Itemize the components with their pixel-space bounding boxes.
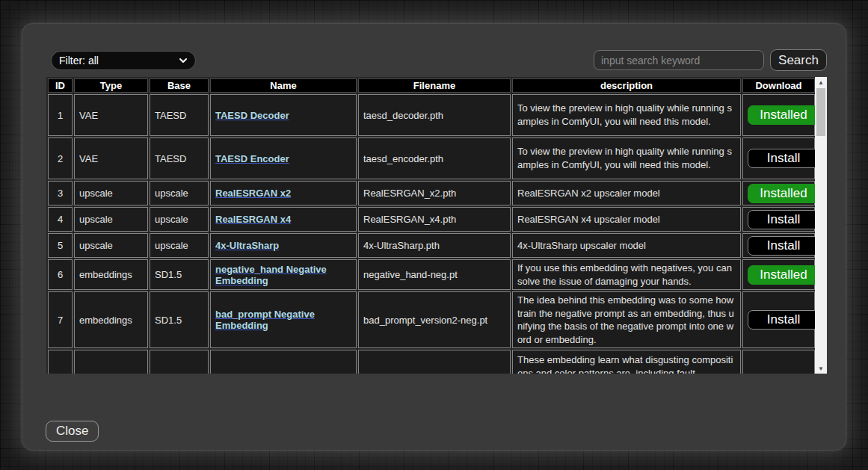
table-row: 7 embeddings SD1.5 bad_prompt Negative E… <box>48 291 815 348</box>
model-name-link[interactable]: TAESD Encoder <box>215 153 289 164</box>
table-row: 4 upscale upscale RealESRGAN x4 RealESRG… <box>48 207 815 232</box>
model-filename: RealESRGAN_x2.pth <box>358 181 511 205</box>
header-download: Download <box>742 78 815 93</box>
filter-select[interactable]: Filter: all <box>51 51 196 70</box>
header-description: description <box>512 78 741 93</box>
model-id: 7 <box>48 291 73 348</box>
model-name-link[interactable]: 4x-UltraSharp <box>215 240 279 251</box>
model-base: upscale <box>150 181 209 205</box>
table-row: 2 VAE TAESD TAESD Encoder taesd_encoder.… <box>48 137 815 179</box>
table-row: 3 upscale upscale RealESRGAN x2 RealESRG… <box>48 181 815 205</box>
table-row: 1 VAE TAESD TAESD Decoder taesd_decoder.… <box>48 94 815 136</box>
install-button[interactable]: Install <box>748 149 815 168</box>
model-name-link[interactable]: RealESRGAN x2 <box>215 188 291 199</box>
model-id: 1 <box>48 94 73 136</box>
model-description: To view the preview in high quality whil… <box>512 94 741 136</box>
model-base: SD1.5 <box>150 259 209 290</box>
install-button[interactable]: Install <box>748 310 815 330</box>
scroll-up-arrow-icon[interactable]: ▲ <box>815 77 827 87</box>
model-filename: taesd_encoder.pth <box>358 137 511 179</box>
model-description: RealESRGAN x4 upscaler model <box>512 207 741 232</box>
table-row: 6 embeddings SD1.5 negative_hand Negativ… <box>48 259 815 290</box>
search-button[interactable]: Search <box>770 49 827 71</box>
model-type: upscale <box>74 233 148 258</box>
model-filename: bad_prompt_version2-neg.pt <box>358 291 511 348</box>
model-type: embeddings <box>74 291 148 348</box>
model-filename: negative_hand-neg.pt <box>358 259 511 290</box>
model-filename <box>358 350 511 374</box>
model-description: These embedding learn what disgusting co… <box>512 350 741 374</box>
model-id: 6 <box>48 259 73 290</box>
model-id: 5 <box>48 233 73 258</box>
models-table-scroll-area: ID Type Base Name Filename description D… <box>46 77 815 374</box>
model-description: RealESRGAN x2 upscaler model <box>512 181 741 205</box>
table-row: 5 upscale upscale 4x-UltraSharp 4x-Ultra… <box>48 233 815 258</box>
close-button[interactable]: Close <box>46 421 99 442</box>
model-base: TAESD <box>150 137 209 179</box>
model-base: upscale <box>150 207 209 232</box>
model-type: embeddings <box>74 259 148 290</box>
model-id: 3 <box>48 181 73 205</box>
header-base: Base <box>150 78 209 93</box>
table-row-partial: These embedding learn what disgusting co… <box>48 350 815 374</box>
table-header-row: ID Type Base Name Filename description D… <box>48 78 815 93</box>
models-table-container: ID Type Base Name Filename description D… <box>46 77 827 374</box>
scroll-down-arrow-icon[interactable]: ▼ <box>815 363 827 374</box>
model-filename: taesd_decoder.pth <box>358 94 511 136</box>
header-type: Type <box>74 78 148 93</box>
model-id <box>48 350 73 374</box>
model-type: upscale <box>74 181 148 205</box>
model-id: 2 <box>48 137 73 179</box>
model-name-link[interactable]: bad_prompt Negative Embedding <box>215 309 315 331</box>
chevron-down-icon <box>179 56 188 65</box>
model-base <box>150 350 209 374</box>
model-id: 4 <box>48 207 73 232</box>
header-id: ID <box>48 78 73 93</box>
filter-selected-label: Filter: all <box>59 55 179 67</box>
model-name-link[interactable]: TAESD Decoder <box>215 110 289 121</box>
model-type: VAE <box>74 94 148 136</box>
model-base: upscale <box>150 233 209 258</box>
model-filename: 4x-UltraSharp.pth <box>358 233 511 258</box>
installed-button[interactable]: Installed <box>748 265 815 285</box>
install-models-dialog: Filter: all Search ID Type Base Name <box>22 24 846 450</box>
search-input[interactable] <box>594 50 764 70</box>
header-filename: Filename <box>358 78 511 93</box>
model-description: The idea behind this embedding was to so… <box>512 291 741 348</box>
install-button[interactable]: Install <box>748 236 815 256</box>
model-type: VAE <box>74 137 148 179</box>
vertical-scrollbar[interactable]: ▲ ▼ <box>815 77 827 374</box>
model-description: To view the preview in high quality whil… <box>512 137 741 179</box>
model-type: upscale <box>74 207 148 232</box>
install-button[interactable]: Install <box>748 210 815 229</box>
model-name-link[interactable]: RealESRGAN x4 <box>215 214 291 225</box>
scrollbar-thumb[interactable] <box>816 88 825 136</box>
installed-button[interactable]: Installed <box>748 105 815 125</box>
model-base: TAESD <box>150 94 209 136</box>
model-description: If you use this embedding with negatives… <box>512 259 741 290</box>
installed-button[interactable]: Installed <box>748 184 815 203</box>
model-type <box>74 350 148 374</box>
model-filename: RealESRGAN_x4.pth <box>358 207 511 232</box>
model-name-link[interactable]: negative_hand Negative Embedding <box>215 264 327 286</box>
models-table: ID Type Base Name Filename description D… <box>46 77 815 374</box>
model-base: SD1.5 <box>150 291 209 348</box>
model-description: 4x-UltraSharp upscaler model <box>512 233 741 258</box>
header-name: Name <box>210 78 357 93</box>
